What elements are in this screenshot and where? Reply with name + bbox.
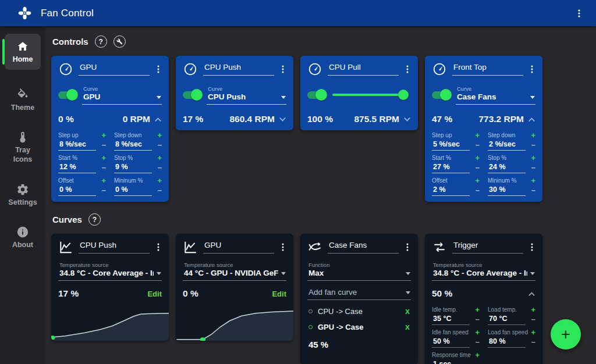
decrement-button[interactable]: − <box>475 315 480 325</box>
decrement-button[interactable]: − <box>101 186 106 196</box>
increment-button[interactable]: + <box>475 155 480 161</box>
increment-button[interactable]: + <box>157 178 162 184</box>
decrement-button[interactable]: − <box>475 361 480 364</box>
increment-button[interactable]: + <box>531 178 535 184</box>
edit-curve-button[interactable]: Edit <box>147 290 162 298</box>
curve-name-input[interactable]: CPU Push <box>79 241 150 254</box>
increment-button[interactable]: + <box>531 330 535 336</box>
param-value[interactable]: 0 % <box>114 184 152 196</box>
increment-button[interactable]: + <box>475 330 480 336</box>
param-value[interactable]: 9 % <box>114 162 152 173</box>
param-value[interactable]: 70 °C <box>488 313 526 325</box>
decrement-button[interactable]: − <box>531 186 535 196</box>
collapse-chevron-up-icon[interactable] <box>154 117 162 122</box>
sidebar-item-home[interactable]: Home <box>5 34 41 70</box>
temperature-source-select[interactable]: Temperature source 44 °C - GPU - NVIDIA … <box>183 262 286 281</box>
increment-button[interactable]: + <box>531 307 535 313</box>
add-button[interactable]: + <box>551 319 581 349</box>
increment-button[interactable]: + <box>157 133 162 138</box>
collapse-chevron-up-icon[interactable] <box>528 291 535 297</box>
increment-button[interactable]: + <box>101 155 106 161</box>
decrement-button[interactable]: − <box>475 338 480 348</box>
decrement-button[interactable]: − <box>531 315 535 325</box>
curve-select[interactable]: Curve GPU <box>82 85 162 105</box>
increment-button[interactable]: + <box>531 155 535 161</box>
param-value[interactable]: 30 % <box>488 184 526 196</box>
increment-button[interactable]: + <box>475 307 480 313</box>
decrement-button[interactable]: − <box>475 163 480 173</box>
decrement-button[interactable]: − <box>157 141 162 151</box>
add-fan-curve-select[interactable]: Add fan curve <box>307 288 411 300</box>
decrement-button[interactable]: − <box>101 141 106 151</box>
fan-enable-toggle[interactable] <box>58 91 76 99</box>
decrement-button[interactable]: − <box>475 141 480 151</box>
fan-curve-graph[interactable] <box>176 306 293 341</box>
sidebar-item-theme[interactable]: Theme <box>6 88 40 113</box>
increment-button[interactable]: + <box>101 133 106 138</box>
decrement-button[interactable]: − <box>475 186 480 196</box>
curve-select[interactable]: Curve Case Fans <box>456 85 535 105</box>
appbar-kebab-menu-icon[interactable] <box>573 6 586 20</box>
wrench-icon[interactable] <box>113 35 126 48</box>
increment-button[interactable]: + <box>101 178 106 184</box>
param-value[interactable]: 0 % <box>58 184 96 196</box>
curve-name-input[interactable]: GPU <box>203 241 274 254</box>
param-value[interactable]: 35 °C <box>432 313 470 325</box>
param-value[interactable]: 12 % <box>58 162 96 173</box>
fan-enable-toggle[interactable] <box>307 91 325 99</box>
fan-name-input[interactable]: CPU Pull <box>328 63 399 76</box>
kebab-menu-icon[interactable] <box>279 241 286 253</box>
fan-enable-toggle[interactable] <box>432 91 450 99</box>
kebab-menu-icon[interactable] <box>155 241 162 253</box>
fan-name-input[interactable]: Front Top <box>452 63 523 76</box>
param-value[interactable]: 50 % <box>432 336 470 348</box>
increment-button[interactable]: + <box>157 155 162 161</box>
decrement-button[interactable]: − <box>101 163 106 173</box>
collapse-chevron-up-icon[interactable] <box>528 117 535 122</box>
param-value[interactable]: 5 %/sec <box>432 139 470 151</box>
decrement-button[interactable]: − <box>157 186 162 196</box>
temperature-source-select[interactable]: Temperature source 34.8 °C - Core Averag… <box>432 262 535 281</box>
fan-name-input[interactable]: CPU Push <box>203 63 274 76</box>
increment-button[interactable]: + <box>475 133 480 138</box>
increment-button[interactable]: + <box>531 133 535 138</box>
increment-button[interactable]: + <box>475 178 480 184</box>
temperature-source-select[interactable]: Temperature source 34.8 °C - Core Averag… <box>58 262 162 281</box>
param-value[interactable]: 24 % <box>488 162 526 173</box>
curve-select[interactable]: Curve CPU Push <box>207 85 286 105</box>
param-value[interactable]: 80 % <box>488 336 526 348</box>
param-value[interactable]: 2 % <box>432 184 470 196</box>
help-icon[interactable]: ? <box>88 213 101 226</box>
fan-curve-graph[interactable] <box>51 306 169 341</box>
param-value[interactable]: 8 %/sec <box>114 139 152 151</box>
help-icon[interactable]: ? <box>95 35 107 48</box>
remove-curve-button[interactable]: X <box>405 308 410 315</box>
param-value[interactable]: 2 %/sec <box>488 139 526 151</box>
decrement-button[interactable]: − <box>157 163 162 173</box>
curve-name-input[interactable]: Case Fans <box>328 241 399 254</box>
curve-name-input[interactable]: Trigger <box>452 241 523 254</box>
sidebar-item-tray-icons[interactable]: Tray Icons <box>6 131 40 164</box>
sidebar-item-settings[interactable]: Settings <box>6 183 40 208</box>
kebab-menu-icon[interactable] <box>404 241 411 253</box>
param-value[interactable]: 1 sec <box>432 359 470 364</box>
fan-name-input[interactable]: GPU <box>79 63 150 76</box>
expand-chevron-down-icon[interactable] <box>279 117 286 122</box>
function-select[interactable]: Function Max <box>307 262 411 281</box>
decrement-button[interactable]: − <box>531 338 535 348</box>
increment-button[interactable]: + <box>475 352 480 358</box>
decrement-button[interactable]: − <box>531 163 535 173</box>
sidebar-item-about[interactable]: About <box>6 226 40 250</box>
edit-curve-button[interactable]: Edit <box>272 290 286 298</box>
decrement-button[interactable]: − <box>531 141 535 151</box>
slider-thumb[interactable] <box>398 90 409 100</box>
param-value[interactable]: 27 % <box>432 162 470 173</box>
fan-enable-toggle[interactable] <box>183 91 201 99</box>
kebab-menu-icon[interactable] <box>528 241 535 253</box>
manual-speed-slider[interactable] <box>332 94 406 96</box>
param-value[interactable]: 8 %/sec <box>58 139 96 151</box>
kebab-menu-icon[interactable] <box>155 63 162 75</box>
kebab-menu-icon[interactable] <box>404 63 411 75</box>
remove-curve-button[interactable]: X <box>405 324 410 331</box>
kebab-menu-icon[interactable] <box>279 63 286 75</box>
